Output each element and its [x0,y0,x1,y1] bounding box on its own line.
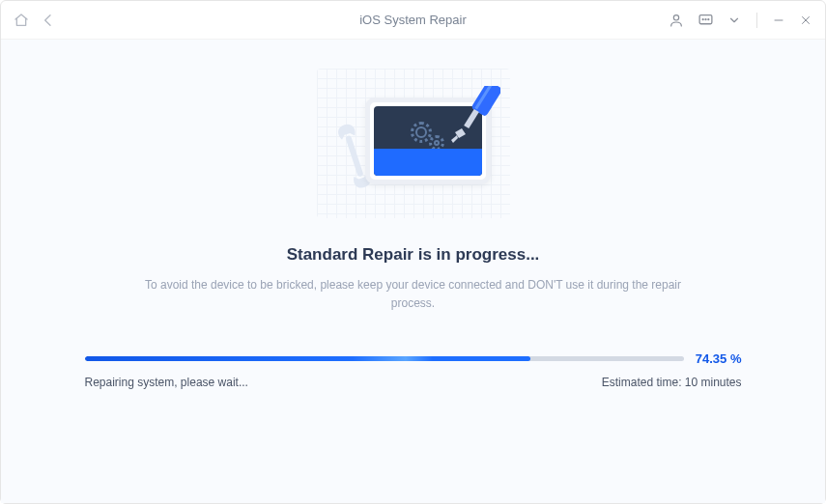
svg-rect-8 [345,135,363,178]
svg-point-4 [707,19,708,20]
svg-point-2 [702,19,703,20]
close-icon[interactable] [798,13,813,28]
svg-rect-11 [464,109,479,128]
progress-info: Repairing system, please wait... Estimat… [85,376,742,389]
minimize-icon[interactable] [771,13,786,28]
progress-subtext: To avoid the device to be bricked, pleas… [143,276,684,313]
titlebar-left [13,12,57,29]
svg-point-3 [705,19,706,20]
progress-percent: 74.35 % [696,351,742,366]
app-window: iOS System Repair [0,0,826,504]
progress-section: 74.35 % Repairing system, please wait...… [85,351,742,389]
repair-illustration [317,69,510,218]
titlebar-right [668,12,813,29]
progress-heading: Standard Repair is in progress... [287,245,540,265]
home-icon[interactable] [13,12,30,29]
chevron-down-icon[interactable] [726,12,743,29]
user-icon[interactable] [668,12,685,29]
progress-status: Repairing system, please wait... [85,376,248,389]
main-content: Standard Repair is in progress... To avo… [1,40,825,503]
screwdriver-icon [437,86,500,163]
svg-point-0 [673,14,678,19]
titlebar-divider [756,13,757,28]
svg-marker-13 [451,135,458,143]
progress-row: 74.35 % [85,351,742,366]
back-icon[interactable] [40,12,57,29]
estimated-time: Estimated time: 10 minutes [602,376,742,389]
feedback-icon[interactable] [697,12,714,29]
window-title: iOS System Repair [359,13,467,27]
progress-fill [85,356,530,361]
titlebar: iOS System Repair [1,1,825,40]
progress-bar [85,356,684,361]
